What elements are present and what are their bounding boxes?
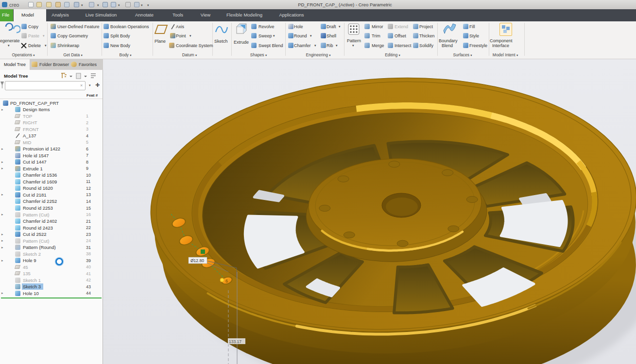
svg-text:133.17: 133.17	[229, 339, 241, 344]
svg-text:Ø12.80: Ø12.80	[190, 258, 204, 263]
svg-text:6: 6	[225, 279, 228, 283]
